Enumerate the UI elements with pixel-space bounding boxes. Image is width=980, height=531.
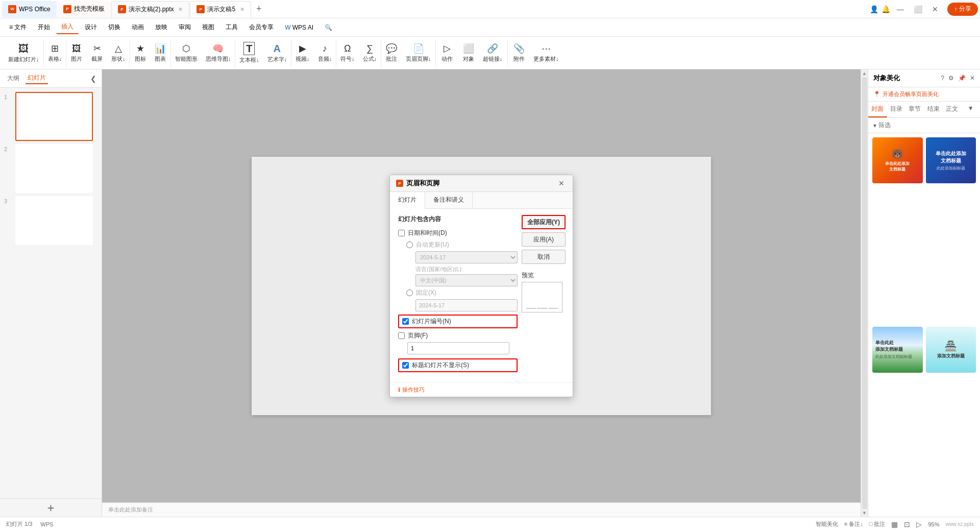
formula-button[interactable]: ∑ 公式↓ (359, 39, 382, 67)
template-card-1[interactable]: 🐻 单击此处添加文档标题 (872, 137, 923, 324)
slide-thumb-1[interactable]: 1 (4, 92, 97, 141)
dont-show-first-label[interactable]: 标题幻灯片不显示(S) (412, 361, 469, 370)
object-button[interactable]: ⬜ 对象 (458, 39, 479, 67)
attachment-button[interactable]: 📎 附件 (509, 39, 529, 67)
chart-button[interactable]: 📊 图表 (151, 39, 171, 67)
template-card-3[interactable]: 单击此处添加文档标题 此处添加文档副标题 (872, 327, 923, 513)
scrollbar-thumb[interactable] (862, 77, 867, 509)
dont-show-first-checkbox[interactable] (402, 362, 409, 369)
menu-design[interactable]: 设计 (80, 21, 102, 34)
apply-all-button[interactable]: 全部应用(Y) (522, 215, 566, 229)
textbox-button[interactable]: T 文本框↓ (235, 39, 263, 67)
menu-member[interactable]: 会员专享 (244, 21, 279, 34)
menu-tools[interactable]: 工具 (220, 21, 243, 34)
icon-button[interactable]: ★ 图标 (130, 39, 151, 67)
reading-view-button[interactable]: ▷ (916, 520, 922, 528)
wps-label[interactable]: WPS (40, 521, 53, 527)
panel-tab-more[interactable]: ▼ (962, 102, 981, 117)
video-button[interactable]: ▶ 视频↓ (291, 39, 314, 67)
symbol-button[interactable]: Ω 符号↓ (336, 39, 359, 67)
minimize-button[interactable]: — (893, 2, 908, 16)
language-select[interactable]: 中文(中国) (415, 274, 518, 286)
panel-tab-body[interactable]: 正文 (943, 102, 962, 117)
panel-tab-toc[interactable]: 目录 (887, 102, 906, 117)
tab-doc5-close[interactable]: ✕ (240, 6, 244, 13)
slide-view-button[interactable]: ⊡ (904, 520, 910, 528)
menu-slideshow[interactable]: 放映 (150, 21, 173, 34)
screenshot-button[interactable]: ✂ 截屏 (87, 39, 107, 67)
datetime-label[interactable]: 日期和时间(D) (408, 229, 447, 237)
footer-input[interactable] (407, 342, 509, 354)
tab-doc2[interactable]: P 演示文稿(2).pptx ✕ (111, 1, 190, 17)
tab-template[interactable]: P 找壳壳模板 (57, 1, 111, 17)
smartart-button[interactable]: ⬡ 智能图形 (171, 39, 202, 67)
account-icon[interactable]: 👤 (870, 5, 878, 13)
more-materials-button[interactable]: ⋯ 更多素材↓ (529, 39, 563, 67)
template-card-2[interactable]: 单击此处添加文档标题 此处添加副标题 (926, 137, 976, 324)
normal-view-button[interactable]: ▦ (891, 520, 898, 528)
tab-doc5[interactable]: P 演示文稿5 ✕ (190, 1, 251, 17)
panel-tab-cover[interactable]: 封面 (868, 102, 887, 117)
panel-filter[interactable]: ▾ 筛选 (868, 118, 980, 133)
outline-tab[interactable]: 大纲 (5, 73, 21, 84)
cancel-button[interactable]: 取消 (522, 250, 566, 264)
fixed-date-input[interactable] (415, 299, 518, 311)
slide-preview-3[interactable] (15, 196, 93, 245)
dialog-close-button[interactable]: ✕ (556, 178, 567, 188)
dialog-tip-link[interactable]: ℹ 操作技巧 (398, 386, 565, 394)
collapse-panel-button[interactable]: ❮ (90, 75, 96, 83)
apply-button[interactable]: 应用(A) (522, 232, 566, 247)
panel-close-icon[interactable]: ✕ (970, 75, 975, 82)
panel-tab-end[interactable]: 结束 (924, 102, 943, 117)
panel-tab-chapter[interactable]: 章节 (905, 102, 924, 117)
tab-doc2-close[interactable]: ✕ (178, 6, 183, 13)
close-button[interactable]: ✕ (928, 2, 942, 16)
slide-num-label[interactable]: 幻灯片编号(N) (412, 317, 451, 326)
fixed-label[interactable]: 固定(X) (416, 288, 436, 297)
menu-search[interactable]: 🔍 (320, 22, 337, 33)
notification-icon[interactable]: 🔔 (881, 5, 890, 13)
slide-thumb-3[interactable]: 3 (4, 196, 97, 245)
menu-insert[interactable]: 插入 (56, 20, 79, 34)
annotation-button[interactable]: 💬 批注 (381, 39, 402, 67)
auto-update-label[interactable]: 自动更新(U) (416, 240, 449, 249)
mindmap-button[interactable]: 🧠 思维导图↓ (202, 39, 236, 67)
new-slide-button[interactable]: 🖼 新建幻灯片↓ (4, 39, 44, 67)
menu-animation[interactable]: 动画 (127, 21, 149, 34)
slide-num-checkbox[interactable] (402, 318, 409, 325)
footer-checkbox[interactable] (398, 332, 405, 339)
menu-transition[interactable]: 切换 (103, 21, 126, 34)
menu-file[interactable]: ≡ 文件 (4, 21, 32, 34)
date-select[interactable]: 2024-5-17 (415, 251, 518, 263)
image-button[interactable]: 🖼 图片 (66, 39, 87, 67)
menu-review[interactable]: 审阅 (174, 21, 196, 34)
action-button[interactable]: ▷ 动作 (436, 39, 458, 67)
comment-button[interactable]: ≡ 备注↓ (844, 520, 863, 528)
menu-view[interactable]: 视图 (197, 21, 219, 34)
panel-settings-icon[interactable]: ⚙ (948, 75, 954, 82)
slide-thumb-2[interactable]: 2 (4, 144, 97, 193)
menu-ai[interactable]: W WPS AI (280, 22, 318, 33)
datetime-checkbox[interactable] (398, 230, 405, 236)
add-tab-button[interactable]: + (252, 2, 266, 16)
share-button[interactable]: ↑ 分享 (947, 3, 978, 16)
scrollbar-down-button[interactable]: ▼ (862, 510, 867, 516)
table-button[interactable]: ⊞ 表格↓ (44, 39, 67, 67)
slide-preview-2[interactable] (15, 144, 93, 193)
annotation-button-status[interactable]: □ 批注 (869, 520, 886, 528)
add-slide-button[interactable]: + (0, 498, 102, 517)
tab-wps[interactable]: W WPS Office (2, 1, 57, 17)
auto-update-radio[interactable] (406, 242, 413, 248)
footer-label[interactable]: 页脚(F) (408, 331, 428, 340)
template-card-4[interactable]: 🏯 添加文档标题 (926, 327, 976, 513)
hyperlink-button[interactable]: 🔗 超链接↓ (479, 39, 507, 67)
menu-start[interactable]: 开始 (33, 21, 55, 34)
fixed-radio[interactable] (406, 289, 413, 296)
smart-beautify-button[interactable]: 智能美化 (816, 520, 838, 528)
panel-help-icon[interactable]: ? (941, 75, 944, 82)
slides-tab[interactable]: 幻灯片 (26, 73, 48, 84)
dialog-tab-note[interactable]: 备注和讲义 (425, 192, 473, 208)
dialog-tab-slide[interactable]: 幻灯片 (390, 192, 425, 209)
wordart-button[interactable]: A 艺术字↓ (263, 39, 292, 67)
shape-button[interactable]: △ 形状↓ (107, 39, 130, 67)
